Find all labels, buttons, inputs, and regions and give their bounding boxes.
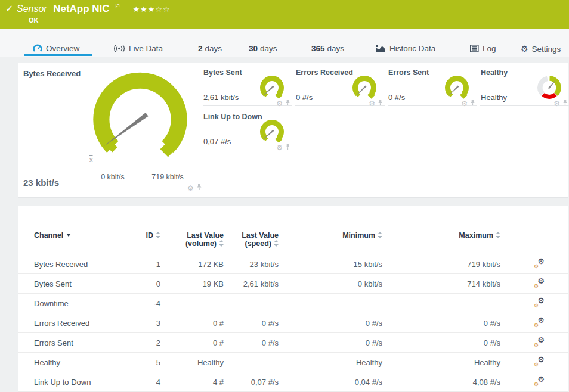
channel-id: 2 xyxy=(132,333,160,353)
channel-name: Bytes Sent xyxy=(18,274,132,294)
tab-label: days xyxy=(327,44,345,53)
tab-log[interactable]: Log xyxy=(470,44,496,54)
tab-live-data[interactable]: Live Data xyxy=(113,44,163,54)
sort-icon xyxy=(378,232,382,238)
channel-table: Channel ID Last Value(volume) Last Value… xyxy=(18,206,568,392)
gauge-title: Bytes Sent xyxy=(203,69,242,77)
tab-2-days[interactable]: 2days xyxy=(198,44,222,53)
minimum: 15 kbit/s xyxy=(279,254,382,274)
last-value-volume xyxy=(160,294,224,313)
pin-icon[interactable] xyxy=(378,99,383,106)
gauge-max-label: 719 kbit/s xyxy=(132,173,203,181)
column-header-last-value-volume[interactable]: Last Value(volume) xyxy=(160,206,224,254)
gauge-value: Healthy xyxy=(481,93,507,102)
gear-icon: ⚙ xyxy=(521,44,528,54)
sort-icon xyxy=(496,232,500,238)
column-header-last-value-speed[interactable]: Last Value(speed) xyxy=(224,206,279,254)
edit-channel-gears-icon[interactable]: ⚙⚙ xyxy=(534,278,545,288)
channel-settings-gear-icon[interactable]: ⚙ xyxy=(553,99,560,108)
pin-icon[interactable] xyxy=(285,99,290,106)
tab-label: Log xyxy=(483,44,496,53)
last-value-volume: 19 KB xyxy=(160,274,224,294)
gauge-title: Errors Received xyxy=(296,69,353,77)
edit-channel-gears-icon[interactable]: ⚙⚙ xyxy=(534,337,545,347)
sensor-header: ✓ Sensor NetApp NIC ⚐ ★★★☆☆ OK xyxy=(0,0,569,29)
pin-icon[interactable] xyxy=(196,183,202,191)
tab-overview[interactable]: Overview xyxy=(33,44,79,54)
last-value-speed: 0 #/s xyxy=(224,313,279,333)
last-value-speed xyxy=(224,294,279,313)
favorite-flag-icon[interactable]: ⚐ xyxy=(115,2,120,10)
last-value-volume: 0 # xyxy=(160,313,224,333)
channel-id: 5 xyxy=(132,353,160,372)
gauge-healthy: Healthy Healthy ⚙ xyxy=(480,66,569,106)
tab-label: Historic Data xyxy=(389,44,435,53)
channel-name: Bytes Received xyxy=(18,254,132,274)
tab-365-days[interactable]: 365days xyxy=(311,44,344,53)
pin-icon[interactable] xyxy=(562,99,568,106)
column-header-maximum[interactable]: Maximum xyxy=(382,206,500,254)
gauge-bytes-sent: Bytes Sent 2,61 kbit/s ⚙ xyxy=(203,66,292,106)
active-tab-indicator xyxy=(24,54,92,56)
pin-icon[interactable] xyxy=(285,144,290,150)
channel-name: Errors Sent xyxy=(18,333,132,353)
minimum: 0 #/s xyxy=(279,333,382,353)
sensor-type-label: Sensor xyxy=(17,4,47,14)
tab-historic-data[interactable]: Historic Data xyxy=(376,44,435,54)
channel-settings-gear-icon[interactable]: ⚙ xyxy=(461,99,468,108)
priority-stars[interactable]: ★★★☆☆ xyxy=(132,5,170,14)
sensor-status-badge: OK xyxy=(29,17,39,24)
sensor-name: NetApp NIC xyxy=(53,3,109,14)
last-value-volume: 0 # xyxy=(160,333,224,353)
table-row: Bytes Sent 0 19 KB 2,61 kbit/s 0 kbit/s … xyxy=(18,274,568,294)
edit-channel-gears-icon[interactable]: ⚙⚙ xyxy=(534,298,545,307)
channel-id: 3 xyxy=(132,313,160,333)
tab-label: Overview xyxy=(46,44,79,53)
tab-label: Live Data xyxy=(129,44,163,53)
column-header-id[interactable]: ID xyxy=(132,206,160,254)
channel-settings-gear-icon[interactable]: ⚙ xyxy=(276,99,283,108)
channel-id: -4 xyxy=(132,294,160,313)
maximum: 4,08 #/s xyxy=(382,372,500,392)
channel-name: Healthy xyxy=(18,353,132,372)
column-header-minimum[interactable]: Minimum xyxy=(279,206,382,254)
edit-channel-gears-icon[interactable]: ⚙⚙ xyxy=(534,357,545,366)
channel-settings-gear-icon[interactable]: ⚙ xyxy=(187,184,194,192)
column-header-channel[interactable]: Channel xyxy=(18,206,132,254)
table-row: Link Up to Down 4 4 # 0,07 #/s 0,04 #/s … xyxy=(18,372,568,392)
average-marker: x xyxy=(89,156,93,163)
channel-table-panel: Channel ID Last Value(volume) Last Value… xyxy=(18,206,568,392)
sort-icon xyxy=(219,240,224,247)
channel-name: Downtime xyxy=(18,294,132,313)
gauges-panel: Bytes Received x 0 kbit/s 719 kbit/s 23 … xyxy=(18,63,568,198)
column-header-actions xyxy=(500,206,568,254)
status-ok-check-icon: ✓ xyxy=(5,3,13,14)
tab-30-days[interactable]: 30days xyxy=(249,44,277,53)
gauge-value: 2,61 kbit/s xyxy=(203,93,239,102)
gauge-value: 0 #/s xyxy=(388,93,405,102)
last-value-volume: 4 # xyxy=(160,372,224,392)
channel-id: 4 xyxy=(132,372,160,392)
channel-id: 1 xyxy=(132,254,160,274)
maximum: Healthy xyxy=(382,353,500,372)
gauge-errors-received: Errors Received 0 #/s ⚙ xyxy=(295,66,385,106)
table-row: Downtime -4 ⚙⚙ xyxy=(18,294,568,313)
pin-icon[interactable] xyxy=(470,99,475,106)
sort-direction-icon xyxy=(66,234,71,237)
edit-channel-gears-icon[interactable]: ⚙⚙ xyxy=(534,377,545,386)
broadcast-icon xyxy=(113,45,125,54)
channel-id: 0 xyxy=(132,274,160,294)
last-value-volume: 172 KB xyxy=(160,254,224,274)
tab-settings[interactable]: ⚙Settings xyxy=(521,44,561,54)
channel-settings-gear-icon[interactable]: ⚙ xyxy=(276,144,283,152)
edit-channel-gears-icon[interactable]: ⚙⚙ xyxy=(534,318,545,327)
sort-icon xyxy=(156,232,160,238)
tab-label: days xyxy=(260,44,277,53)
gauge-bytes-received: Bytes Received x 0 kbit/s 719 kbit/s 23 … xyxy=(18,63,201,193)
channel-settings-gear-icon[interactable]: ⚙ xyxy=(369,99,375,108)
table-row: Healthy 5 Healthy Healthy Healthy ⚙⚙ xyxy=(18,353,568,372)
last-value-volume: Healthy xyxy=(160,353,224,372)
minimum: 0,04 #/s xyxy=(279,372,382,392)
edit-channel-gears-icon[interactable]: ⚙⚙ xyxy=(534,259,545,268)
gauge-value: 23 kbit/s xyxy=(23,178,59,188)
